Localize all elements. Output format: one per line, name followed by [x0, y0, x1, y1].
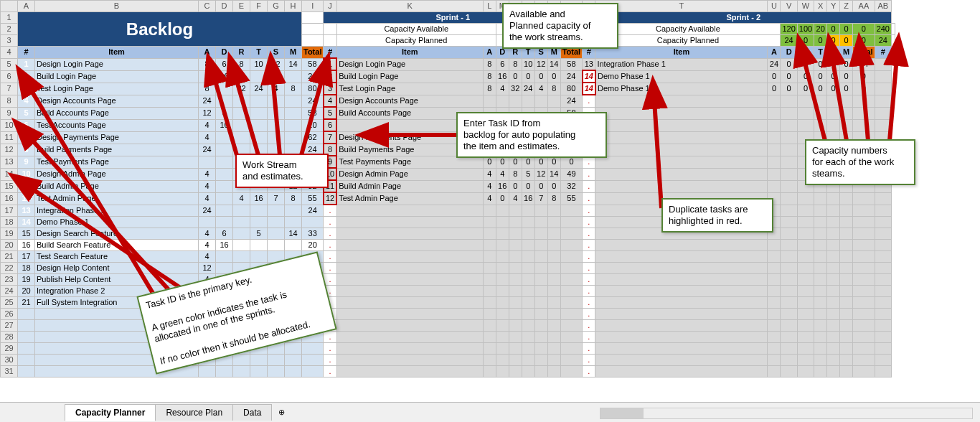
spreadsheet-grid[interactable]: A B C D E F G H I J K L M N O P Q R S T … — [0, 0, 895, 378]
backlog-id[interactable]: 20 — [18, 286, 35, 297]
backlog-id[interactable]: 8 — [18, 144, 35, 156]
backlog-item[interactable]: Build Login Page — [35, 70, 199, 83]
sprint1-id[interactable]: 4 — [324, 95, 336, 107]
backlog-item[interactable]: Test Admin Page — [35, 192, 199, 205]
backlog-item[interactable]: Design Help Content — [35, 263, 199, 274]
backlog-id[interactable]: 5 — [18, 107, 35, 119]
callout-duplicate: Duplicate tasks arehighlighted in red. — [661, 198, 773, 233]
tab-capacity-planner[interactable]: Capacity Planner — [65, 404, 156, 421]
col-hdr[interactable]: B — [35, 1, 199, 12]
backlog-id[interactable]: 16 — [18, 240, 35, 251]
backlog-id[interactable]: 12 — [18, 192, 35, 205]
backlog-id[interactable]: 19 — [18, 274, 35, 286]
sprint1-id[interactable]: 7 — [324, 131, 336, 144]
backlog-item[interactable]: Integration Phase 1 — [35, 205, 199, 217]
col-hdr[interactable]: A — [18, 1, 35, 12]
sprint1-id[interactable]: 3 — [324, 83, 336, 95]
backlog-id[interactable]: 1 — [18, 58, 35, 70]
backlog-item[interactable]: Test Accounts Page — [35, 119, 199, 131]
callout-workstream: Work Streamand estimates. — [235, 154, 329, 188]
backlog-id[interactable]: 6 — [18, 119, 35, 131]
backlog-item[interactable]: Test Payments Page — [35, 156, 199, 168]
tab-data[interactable]: Data — [232, 404, 272, 421]
backlog-id[interactable]: 17 — [18, 251, 35, 263]
sprint1-id[interactable]: 12 — [324, 192, 336, 205]
callout-capacity: Available andPlanned capacity ofthe work… — [502, 3, 618, 49]
sprint1-id[interactable]: 1 — [324, 58, 336, 70]
add-sheet-button[interactable]: ⊕ — [271, 405, 292, 420]
corner-cell[interactable] — [1, 1, 18, 12]
backlog-item[interactable]: Design Login Page — [35, 58, 199, 70]
callout-capacity-numbers: Capacity numbersfor each of the workstea… — [805, 139, 915, 185]
backlog-id[interactable]: 9 — [18, 156, 35, 168]
backlog-id[interactable]: 2 — [18, 70, 35, 83]
backlog-id[interactable]: 14 — [18, 217, 35, 228]
backlog-id[interactable]: 10 — [18, 168, 35, 180]
sprint1b-id[interactable]: 13 — [583, 58, 595, 70]
backlog-item[interactable]: Build Accounts Page — [35, 107, 199, 119]
backlog-id[interactable]: 18 — [18, 263, 35, 274]
backlog-item[interactable]: Design Payments Page — [35, 131, 199, 144]
backlog-id[interactable]: 4 — [18, 95, 35, 107]
backlog-id[interactable]: 11 — [18, 180, 35, 192]
backlog-item[interactable]: Design Accounts Page — [35, 95, 199, 107]
backlog-item[interactable]: Test Login Page — [35, 83, 199, 95]
sprint2-title: Sprint - 2 — [595, 12, 892, 24]
sprint1b-id[interactable]: 14 — [583, 83, 595, 95]
backlog-item[interactable]: Design Admin Page — [35, 168, 199, 180]
sprint1b-id[interactable]: 14 — [583, 70, 595, 83]
sprint1-id[interactable]: 6 — [324, 119, 336, 131]
horizontal-scrollbar[interactable] — [600, 408, 973, 419]
backlog-item[interactable]: Build Payments Page — [35, 144, 199, 156]
backlog-id[interactable]: 7 — [18, 131, 35, 144]
sprint1-id[interactable]: 2 — [324, 70, 336, 83]
sprint1-id[interactable]: 5 — [324, 107, 336, 119]
backlog-item[interactable]: Publish Help Content — [35, 274, 199, 286]
callout-taskid-enter: Enter Task ID frombacklog for auto popul… — [456, 112, 607, 158]
backlog-item[interactable]: Test Search Feature — [35, 251, 199, 263]
backlog-id[interactable]: 3 — [18, 83, 35, 95]
tab-resource-plan[interactable]: Resource Plan — [155, 404, 233, 421]
backlog-item[interactable]: Build Admin Page — [35, 180, 199, 192]
backlog-item[interactable]: Build Search Feature — [35, 240, 199, 251]
backlog-title: Backlog — [18, 12, 302, 47]
backlog-id[interactable]: 15 — [18, 228, 35, 240]
backlog-id[interactable]: 21 — [18, 297, 35, 309]
backlog-item[interactable]: Demo Phase 1 — [35, 217, 199, 228]
backlog-item[interactable]: Design Search Feature — [35, 228, 199, 240]
backlog-id[interactable]: 13 — [18, 205, 35, 217]
